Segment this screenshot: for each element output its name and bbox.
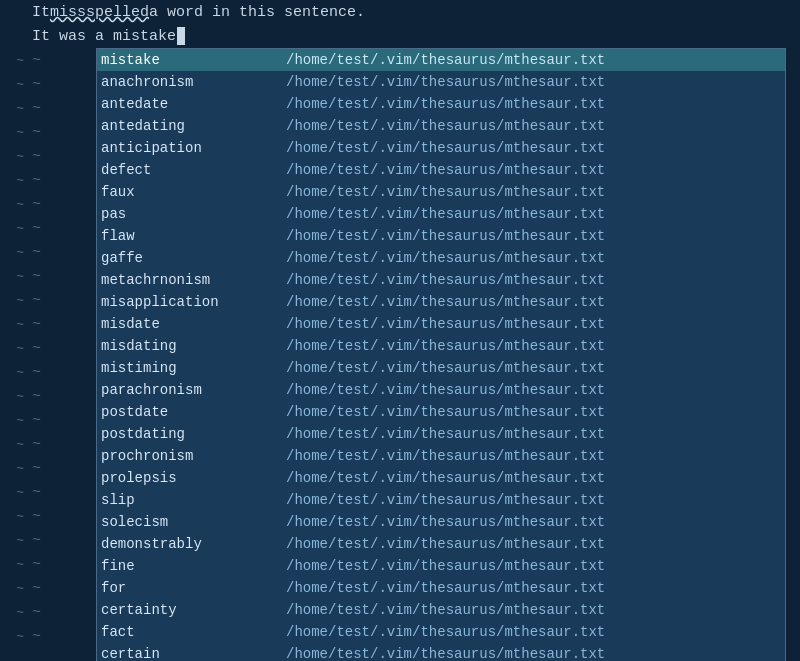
line-number-tilde-17: ~ bbox=[0, 432, 28, 456]
completion-word: fine bbox=[101, 558, 286, 574]
completion-item[interactable]: mistiming/home/test/.vim/thesaurus/mthes… bbox=[97, 357, 785, 379]
completion-word: defect bbox=[101, 162, 286, 178]
line-number-tilde-13: ~ bbox=[0, 336, 28, 360]
content-area: It missspelled a word in this sentence. … bbox=[28, 0, 800, 661]
completion-path: /home/test/.vim/thesaurus/mthesaur.txt bbox=[286, 580, 781, 596]
completion-word: metachrnonism bbox=[101, 272, 286, 288]
completion-item[interactable]: pas/home/test/.vim/thesaurus/mthesaur.tx… bbox=[97, 203, 785, 225]
completion-path: /home/test/.vim/thesaurus/mthesaur.txt bbox=[286, 184, 781, 200]
completion-path: /home/test/.vim/thesaurus/mthesaur.txt bbox=[286, 492, 781, 508]
line-number-tilde-9: ~ bbox=[0, 240, 28, 264]
completion-item[interactable]: certain/home/test/.vim/thesaurus/mthesau… bbox=[97, 643, 785, 661]
completion-path: /home/test/.vim/thesaurus/mthesaur.txt bbox=[286, 470, 781, 486]
completion-item[interactable]: fine/home/test/.vim/thesaurus/mthesaur.t… bbox=[97, 555, 785, 577]
completion-word: anachronism bbox=[101, 74, 286, 90]
completion-item[interactable]: defect/home/test/.vim/thesaurus/mthesaur… bbox=[97, 159, 785, 181]
completion-item[interactable]: anachronism/home/test/.vim/thesaurus/mth… bbox=[97, 71, 785, 93]
completion-item-selected[interactable]: mistake /home/test/.vim/thesaurus/mthesa… bbox=[97, 49, 785, 71]
editor-line-1: It missspelled a word in this sentence. bbox=[28, 0, 800, 24]
line-numbers: ~ ~ ~ ~ ~ ~ ~ ~ ~ ~ ~ ~ ~ ~ ~ ~ ~ ~ ~ ~ … bbox=[0, 0, 28, 661]
completion-item[interactable]: certainty/home/test/.vim/thesaurus/mthes… bbox=[97, 599, 785, 621]
misspelled-word: missspelled bbox=[50, 4, 149, 21]
completion-item[interactable]: misdating/home/test/.vim/thesaurus/mthes… bbox=[97, 335, 785, 357]
completion-item[interactable]: metachrnonism/home/test/.vim/thesaurus/m… bbox=[97, 269, 785, 291]
editor-line-2: It was a mistake bbox=[28, 24, 800, 48]
completion-item[interactable]: for/home/test/.vim/thesaurus/mthesaur.tx… bbox=[97, 577, 785, 599]
line-number-tilde-19: ~ bbox=[0, 480, 28, 504]
completion-word-selected: mistake bbox=[101, 52, 286, 68]
completion-path: /home/test/.vim/thesaurus/mthesaur.txt bbox=[286, 602, 781, 618]
completion-item[interactable]: misapplication/home/test/.vim/thesaurus/… bbox=[97, 291, 785, 313]
line-number-tilde-10: ~ bbox=[0, 264, 28, 288]
completion-path: /home/test/.vim/thesaurus/mthesaur.txt bbox=[286, 118, 781, 134]
completion-word: prolepsis bbox=[101, 470, 286, 486]
completion-word: postdating bbox=[101, 426, 286, 442]
completion-word: misdating bbox=[101, 338, 286, 354]
completion-word: misdate bbox=[101, 316, 286, 332]
completion-item[interactable]: prolepsis/home/test/.vim/thesaurus/mthes… bbox=[97, 467, 785, 489]
completion-path: /home/test/.vim/thesaurus/mthesaur.txt bbox=[286, 558, 781, 574]
completion-word: gaffe bbox=[101, 250, 286, 266]
completion-word: antedating bbox=[101, 118, 286, 134]
completion-item[interactable]: misdate/home/test/.vim/thesaurus/mthesau… bbox=[97, 313, 785, 335]
completion-item[interactable]: parachronism/home/test/.vim/thesaurus/mt… bbox=[97, 379, 785, 401]
completion-path: /home/test/.vim/thesaurus/mthesaur.txt bbox=[286, 404, 781, 420]
line-number-tilde-22: ~ bbox=[0, 552, 28, 576]
completion-path: /home/test/.vim/thesaurus/mthesaur.txt bbox=[286, 514, 781, 530]
completion-path: /home/test/.vim/thesaurus/mthesaur.txt bbox=[286, 338, 781, 354]
completion-path: /home/test/.vim/thesaurus/mthesaur.txt bbox=[286, 74, 781, 90]
completion-item[interactable]: postdate/home/test/.vim/thesaurus/mthesa… bbox=[97, 401, 785, 423]
line-number-tilde-12: ~ bbox=[0, 312, 28, 336]
completion-item[interactable]: gaffe/home/test/.vim/thesaurus/mthesaur.… bbox=[97, 247, 785, 269]
editor: ~ ~ ~ ~ ~ ~ ~ ~ ~ ~ ~ ~ ~ ~ ~ ~ ~ ~ ~ ~ … bbox=[0, 0, 800, 661]
completion-item[interactable]: antedating/home/test/.vim/thesaurus/mthe… bbox=[97, 115, 785, 137]
completion-word: misapplication bbox=[101, 294, 286, 310]
completion-path: /home/test/.vim/thesaurus/mthesaur.txt bbox=[286, 382, 781, 398]
line-number-tilde-4: ~ bbox=[0, 120, 28, 144]
line-number-tilde-15: ~ bbox=[0, 384, 28, 408]
completion-item[interactable]: faux/home/test/.vim/thesaurus/mthesaur.t… bbox=[97, 181, 785, 203]
completion-path: /home/test/.vim/thesaurus/mthesaur.txt bbox=[286, 316, 781, 332]
completion-path: /home/test/.vim/thesaurus/mthesaur.txt bbox=[286, 140, 781, 156]
completion-path: /home/test/.vim/thesaurus/mthesaur.txt bbox=[286, 206, 781, 222]
line-number-tilde-11: ~ bbox=[0, 288, 28, 312]
completion-word: pas bbox=[101, 206, 286, 222]
completion-word: solecism bbox=[101, 514, 286, 530]
completion-item[interactable]: slip/home/test/.vim/thesaurus/mthesaur.t… bbox=[97, 489, 785, 511]
completion-word: mistiming bbox=[101, 360, 286, 376]
line1-prefix: It bbox=[32, 4, 50, 21]
completion-item[interactable]: fact/home/test/.vim/thesaurus/mthesaur.t… bbox=[97, 621, 785, 643]
completion-word: demonstrably bbox=[101, 536, 286, 552]
completion-item[interactable]: anticipation/home/test/.vim/thesaurus/mt… bbox=[97, 137, 785, 159]
completion-item[interactable]: prochronism/home/test/.vim/thesaurus/mth… bbox=[97, 445, 785, 467]
line-number-tilde-25: ~ bbox=[0, 624, 28, 648]
line-number-tilde-3: ~ bbox=[0, 96, 28, 120]
completion-path: /home/test/.vim/thesaurus/mthesaur.txt bbox=[286, 624, 781, 640]
line2-text: It was a mistake bbox=[32, 28, 176, 45]
completion-popup[interactable]: mistake /home/test/.vim/thesaurus/mthesa… bbox=[96, 48, 786, 661]
completion-word: anticipation bbox=[101, 140, 286, 156]
completion-path: /home/test/.vim/thesaurus/mthesaur.txt bbox=[286, 426, 781, 442]
completion-item[interactable]: solecism/home/test/.vim/thesaurus/mthesa… bbox=[97, 511, 785, 533]
completion-path: /home/test/.vim/thesaurus/mthesaur.txt bbox=[286, 536, 781, 552]
line-number-tilde-16: ~ bbox=[0, 408, 28, 432]
completion-item[interactable]: flaw/home/test/.vim/thesaurus/mthesaur.t… bbox=[97, 225, 785, 247]
completion-path: /home/test/.vim/thesaurus/mthesaur.txt bbox=[286, 96, 781, 112]
line-number-tilde-24: ~ bbox=[0, 600, 28, 624]
line-number-tilde-23: ~ bbox=[0, 576, 28, 600]
cursor bbox=[177, 27, 185, 45]
line-number-2 bbox=[0, 24, 28, 48]
completion-item[interactable]: antedate/home/test/.vim/thesaurus/mthesa… bbox=[97, 93, 785, 115]
completion-word: slip bbox=[101, 492, 286, 508]
completion-word: fact bbox=[101, 624, 286, 640]
line1-suffix: a word in this sentence. bbox=[149, 4, 365, 21]
completion-path: /home/test/.vim/thesaurus/mthesaur.txt bbox=[286, 272, 781, 288]
completion-word: certainty bbox=[101, 602, 286, 618]
completion-word: prochronism bbox=[101, 448, 286, 464]
completion-path: /home/test/.vim/thesaurus/mthesaur.txt bbox=[286, 250, 781, 266]
completion-path: /home/test/.vim/thesaurus/mthesaur.txt bbox=[286, 360, 781, 376]
completion-item[interactable]: postdating/home/test/.vim/thesaurus/mthe… bbox=[97, 423, 785, 445]
line-number-tilde-20: ~ bbox=[0, 504, 28, 528]
completion-path: /home/test/.vim/thesaurus/mthesaur.txt bbox=[286, 228, 781, 244]
completion-item[interactable]: demonstrably/home/test/.vim/thesaurus/mt… bbox=[97, 533, 785, 555]
